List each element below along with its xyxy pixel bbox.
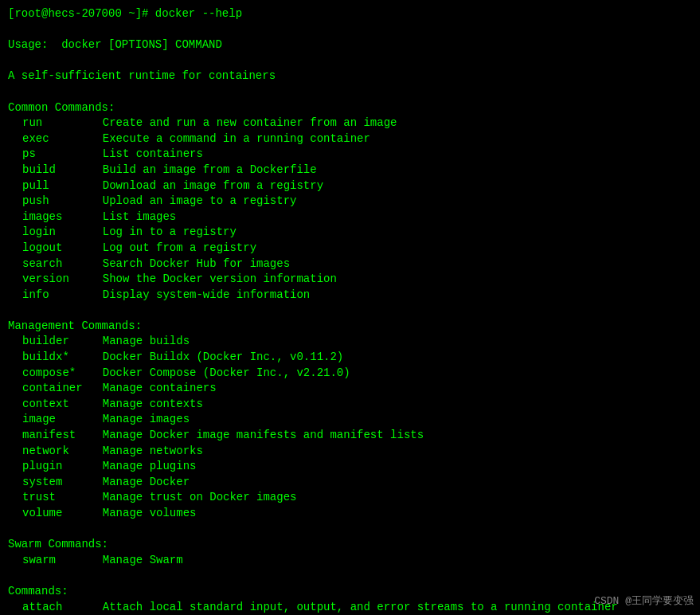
list-item: volume Manage volumes xyxy=(8,506,692,522)
list-item: context Manage contexts xyxy=(8,397,692,413)
prompt-line: [root@hecs-207000 ~]# docker --help xyxy=(8,6,692,22)
management-header: Management Commands: xyxy=(8,319,692,335)
list-item: manifest Manage Docker image manifests a… xyxy=(8,428,692,444)
common-commands-section: run Create and run a new container from … xyxy=(8,116,692,303)
watermark: CSDN @王同学要变强 xyxy=(594,594,694,609)
blank-2 xyxy=(8,53,692,69)
commands-header: Commands: xyxy=(8,584,692,600)
commands-section: attach Attach local standard input, outp… xyxy=(8,600,692,615)
list-item: push Upload an image to a registry xyxy=(8,194,692,210)
list-item: trust Manage trust on Docker images xyxy=(8,490,692,506)
list-item: run Create and run a new container from … xyxy=(8,116,692,131)
list-item: swarm Manage Swarm xyxy=(8,553,692,569)
swarm-commands-section: swarm Manage Swarm xyxy=(8,553,692,569)
list-item: version Show the Docker version informat… xyxy=(8,272,692,288)
tagline: A self-sufficient runtime for containers xyxy=(8,69,692,84)
list-item: build Build an image from a Dockerfile xyxy=(8,163,692,178)
common-header: Common Commands: xyxy=(8,100,692,116)
blank-4 xyxy=(8,303,692,319)
list-item: exec Execute a command in a running cont… xyxy=(8,131,692,147)
swarm-header: Swarm Commands: xyxy=(8,537,692,553)
list-item: compose* Docker Compose (Docker Inc., v2… xyxy=(8,366,692,382)
management-commands-section: builder Manage buildsbuildx* Docker Buil… xyxy=(8,334,692,521)
list-item: buildx* Docker Buildx (Docker Inc., v0.1… xyxy=(8,350,692,366)
usage-line: Usage: docker [OPTIONS] COMMAND xyxy=(8,37,692,53)
list-item: info Display system-wide information xyxy=(8,288,692,304)
terminal: [root@hecs-207000 ~]# docker --help Usag… xyxy=(8,6,692,615)
list-item: container Manage containers xyxy=(8,381,692,397)
blank-6 xyxy=(8,568,692,584)
list-item: system Manage Docker xyxy=(8,475,692,491)
list-item: plugin Manage plugins xyxy=(8,459,692,475)
list-item: login Log in to a registry xyxy=(8,225,692,241)
list-item: images List images xyxy=(8,210,692,225)
list-item: builder Manage builds xyxy=(8,334,692,350)
blank-3 xyxy=(8,84,692,100)
list-item: network Manage networks xyxy=(8,444,692,460)
list-item: search Search Docker Hub for images xyxy=(8,257,692,272)
list-item: logout Log out from a registry xyxy=(8,241,692,257)
blank-1 xyxy=(8,22,692,38)
list-item: ps List containers xyxy=(8,147,692,163)
blank-5 xyxy=(8,522,692,538)
list-item: image Manage images xyxy=(8,412,692,428)
list-item: attach Attach local standard input, outp… xyxy=(8,600,692,615)
list-item: pull Download an image from a registry xyxy=(8,178,692,194)
